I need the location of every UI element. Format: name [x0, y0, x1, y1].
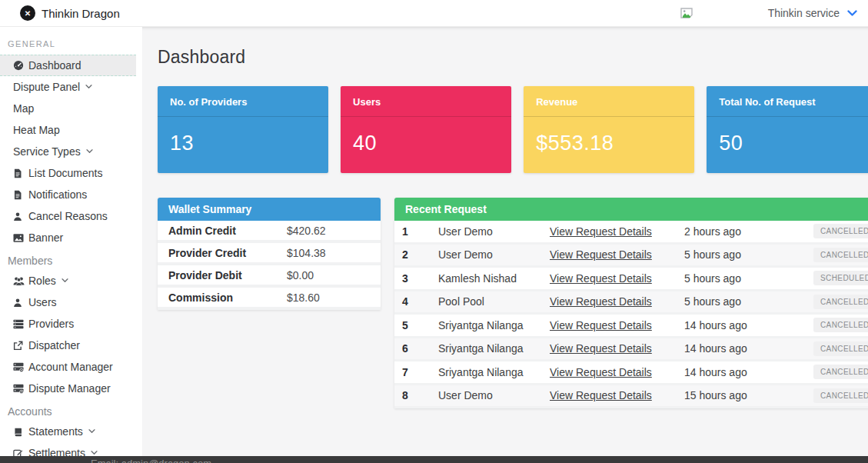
wallet-summary-panel: Wallet Summary Admin Credit$420.62Provid… [158, 198, 381, 310]
stat-card-users: Users40 [341, 86, 511, 173]
status-badge: CANCELLED [813, 224, 868, 238]
stat-card-label: Users [341, 86, 511, 117]
view-request-details-link[interactable]: View Request Details [550, 248, 684, 261]
sidebar-item-dispute-manager[interactable]: Dispute Manager [0, 378, 142, 399]
status-badge: SCHEDULED [813, 271, 868, 285]
sidebar-item-label: List Documents [28, 167, 102, 179]
sidebar-item-dashboard[interactable]: Dashboard [0, 55, 136, 76]
request-user-name: Sriyantga Nilanga [438, 319, 550, 331]
wallet-row-label: Provider Debit [168, 269, 287, 281]
footer: Email: admin@dragon.com [0, 456, 868, 463]
broken-image-icon [680, 8, 693, 18]
book-icon [13, 427, 28, 437]
service-dropdown[interactable]: Thinkin service [680, 7, 857, 19]
status-badge: CANCELLED [813, 341, 868, 356]
wallet-row-label: Admin Credit [168, 225, 287, 237]
chevron-down-icon [847, 10, 857, 17]
wallet-row-provider-credit: Provider Credit$104.38 [158, 243, 381, 265]
wallet-row-value: $420.62 [287, 225, 326, 237]
stat-card-value: 50 [707, 117, 868, 155]
request-time: 14 hours ago [684, 342, 813, 355]
sidebar-item-users[interactable]: Users [0, 291, 142, 313]
sidebar-item-statements[interactable]: Statements [0, 421, 142, 442]
user-icon [13, 298, 28, 308]
request-time: 5 hours ago [684, 295, 813, 308]
recent-request-header: Recent Request [394, 198, 868, 221]
stat-card-value: 13 [158, 117, 328, 155]
view-request-details-link[interactable]: View Request Details [550, 295, 684, 308]
sidebar-item-roles[interactable]: Roles [0, 270, 142, 291]
status-badge: CANCELLED [813, 295, 868, 309]
sidebar-item-providers[interactable]: Providers [0, 313, 142, 335]
status-badge: CANCELLED [813, 318, 868, 332]
sidebar: GENERALDashboardDispute PanelMapHeat Map… [0, 27, 142, 456]
stat-card-value: $553.18 [524, 117, 694, 155]
recent-request-row: 8User DemoView Request Details15 hours a… [394, 385, 868, 409]
server-icon [13, 362, 28, 372]
sidebar-item-label: Account Manager [28, 361, 113, 373]
recent-request-row: 2User DemoView Request Details5 hours ag… [394, 245, 868, 268]
status-badge: CANCELLED [813, 388, 868, 403]
share-icon [13, 341, 28, 351]
sidebar-item-label: Notifications [28, 188, 87, 201]
sidebar-item-cancel-reasons[interactable]: Cancel Reasons [0, 205, 142, 227]
sidebar-item-account-manager[interactable]: Account Manager [0, 356, 142, 378]
main-content: Dashboard No. of Providers13Users40Reven… [142, 27, 868, 456]
request-time: 5 hours ago [684, 272, 813, 285]
view-request-details-link[interactable]: View Request Details [550, 366, 684, 378]
recent-request-row: 4Pool PoolView Request Details5 hours ag… [394, 291, 868, 315]
recent-request-row: 6Sriyantga NilangaView Request Details14… [394, 338, 868, 362]
topbar: ✕ Thinkin Dragon Thinkin service [0, 0, 868, 27]
sidebar-item-dispatcher[interactable]: Dispatcher [0, 335, 142, 356]
request-time: 14 hours ago [684, 366, 813, 378]
request-number: 6 [402, 342, 438, 355]
sidebar-item-heat-map[interactable]: Heat Map [0, 119, 142, 141]
sidebar-item-label: Providers [28, 318, 74, 330]
request-user-name: Sriyantga Nilanga [438, 342, 550, 355]
stat-cards: No. of Providers13Users40Revenue$553.18T… [158, 86, 868, 173]
chevron-down-icon [91, 451, 98, 455]
stat-card-label: Revenue [524, 86, 694, 117]
request-number: 1 [402, 225, 438, 238]
dashboard-icon [13, 60, 28, 71]
sidebar-item-list-documents[interactable]: List Documents [0, 162, 142, 184]
request-number: 8 [402, 389, 438, 401]
stat-card-no-of-providers: No. of Providers13 [158, 86, 328, 173]
status-badge: CANCELLED [813, 365, 868, 379]
chevron-down-icon [86, 149, 93, 154]
sidebar-item-notifications[interactable]: Notifications [0, 184, 142, 205]
file-icon [13, 168, 28, 178]
wallet-row-value: $0.00 [287, 269, 314, 281]
view-request-details-link[interactable]: View Request Details [550, 319, 684, 331]
wallet-row-provider-debit: Provider Debit$0.00 [158, 265, 381, 288]
server-icon [13, 384, 28, 394]
request-number: 2 [402, 248, 438, 261]
recent-request-row: 5Sriyantga NilangaView Request Details14… [394, 315, 868, 338]
request-time: 5 hours ago [684, 248, 813, 261]
sidebar-item-map[interactable]: Map [0, 98, 142, 119]
sidebar-item-banner[interactable]: Banner [0, 227, 142, 248]
file-icon [13, 190, 28, 200]
sidebar-section-accounts: Accounts [0, 399, 142, 421]
recent-request-row: 3Kamlesh NishadView Request Details5 hou… [394, 268, 868, 291]
sidebar-section-general: GENERAL [0, 32, 142, 55]
view-request-details-link[interactable]: View Request Details [550, 225, 684, 238]
view-request-details-link[interactable]: View Request Details [550, 389, 684, 401]
sidebar-item-label: Map [13, 102, 34, 115]
footer-email: Email: admin@dragon.com [91, 458, 868, 463]
view-request-details-link[interactable]: View Request Details [550, 272, 684, 285]
wallet-row-label: Commission [168, 291, 287, 304]
sidebar-item-dispute-panel[interactable]: Dispute Panel [0, 76, 142, 98]
sidebar-item-service-types[interactable]: Service Types [0, 141, 142, 162]
recent-request-rows: 1User DemoView Request Details2 hours ag… [394, 221, 868, 408]
request-number: 5 [402, 319, 438, 331]
request-user-name: Sriyantga Nilanga [438, 366, 550, 378]
request-user-name: User Demo [438, 225, 550, 238]
sidebar-item-label: Service Types [13, 145, 81, 158]
request-number: 3 [402, 272, 438, 285]
sidebar-section-members: Members [0, 248, 142, 270]
view-request-details-link[interactable]: View Request Details [550, 342, 684, 355]
sidebar-item-label: Dispute Manager [28, 382, 111, 395]
wallet-row-label: Provider Credit [168, 247, 287, 259]
brand-logo-icon: ✕ [20, 5, 35, 21]
